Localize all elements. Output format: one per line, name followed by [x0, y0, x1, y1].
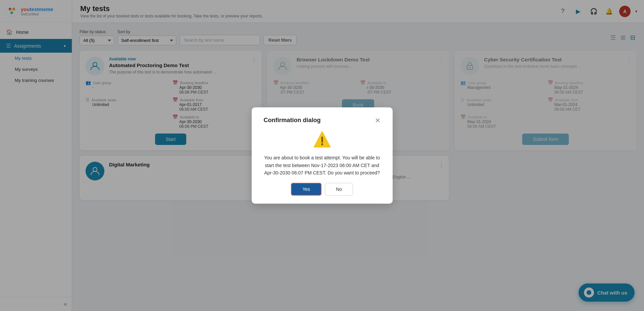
dialog-body: You are about to book a test attempt. Yo… [264, 130, 381, 176]
dialog-overlay: Confirmation dialog ✕ You are about to b… [0, 0, 644, 311]
dialog-actions: Yes No [264, 183, 381, 196]
dialog-header: Confirmation dialog ✕ [264, 117, 381, 124]
dialog-message: You are about to book a test attempt. Yo… [264, 154, 381, 176]
dialog-yes-button[interactable]: Yes [291, 183, 321, 196]
warning-icon [312, 130, 332, 149]
dialog-close-button[interactable]: ✕ [375, 117, 381, 124]
dialog-title: Confirmation dialog [264, 117, 321, 124]
svg-rect-14 [321, 137, 323, 143]
confirmation-dialog: Confirmation dialog ✕ You are about to b… [252, 107, 393, 203]
svg-point-15 [321, 143, 323, 145]
dialog-no-button[interactable]: No [325, 183, 353, 196]
